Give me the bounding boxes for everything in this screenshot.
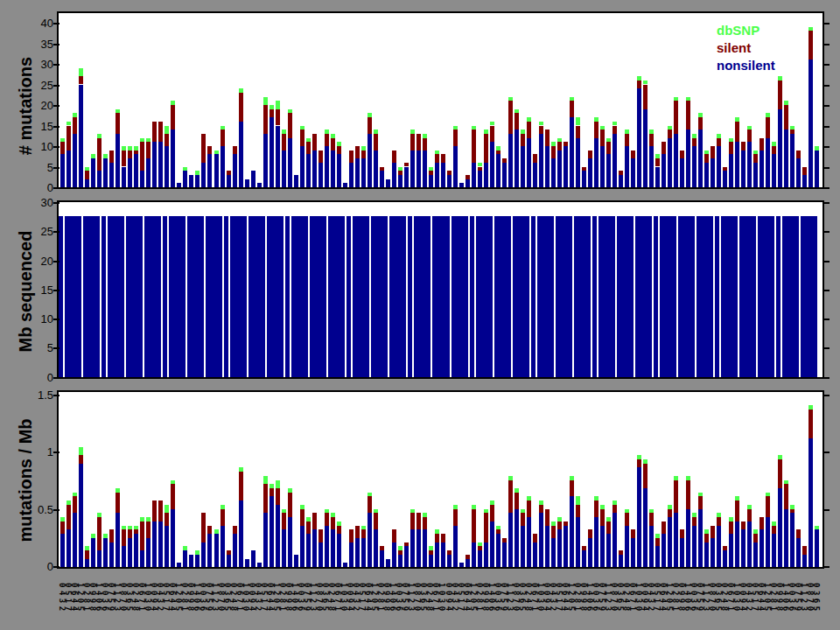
mutations-bar-silent <box>545 130 550 146</box>
rate-bar-nonsilent <box>233 534 237 567</box>
rate-bar-dbsnp <box>557 517 562 522</box>
rate-bar-nonsilent <box>158 522 163 567</box>
mutations-bar-dbsnp <box>73 113 77 117</box>
rate-bar-nonsilent <box>698 509 703 567</box>
rate-bar-nonsilent <box>796 538 801 567</box>
mutations-bar-nonsilent <box>735 142 739 187</box>
rate-bar-dbsnp <box>282 509 286 514</box>
mutations-bar-dbsnp <box>778 76 782 80</box>
mutations-bar-nonsilent <box>355 158 360 187</box>
rate-bar-nonsilent <box>576 517 580 567</box>
x-tick-label: 0365 <box>813 583 819 614</box>
rate-bar-silent <box>637 459 641 467</box>
mutations-bar-nonsilent <box>772 154 776 187</box>
mutations-bar-silent <box>306 142 311 154</box>
mutations-bar-nonsilent <box>527 138 531 187</box>
rate-bar-silent <box>747 509 752 522</box>
rate-bar-nonsilent <box>227 555 231 567</box>
rate-bar-silent <box>164 513 169 525</box>
mutations-bar-silent <box>66 126 71 150</box>
y-tick-right <box>823 452 830 453</box>
mutations-bar-nonsilent <box>472 163 476 187</box>
mb-bar <box>200 216 204 377</box>
mb-bar <box>365 216 369 377</box>
mb-bar <box>340 216 345 377</box>
mutations-bar-nonsilent <box>251 171 256 187</box>
y-tick <box>53 23 60 24</box>
rate-bar-nonsilent <box>760 529 764 567</box>
rate-bar-dbsnp <box>570 476 574 480</box>
rate-bar-dbsnp <box>643 459 648 464</box>
rate-bar-dbsnp <box>140 517 144 522</box>
rate-bar-nonsilent <box>674 513 678 567</box>
rate-bar-nonsilent <box>606 534 611 567</box>
mutations-bar-silent <box>551 146 556 158</box>
rate-bar-silent <box>466 555 470 559</box>
y-tick-label: 0 <box>18 371 53 384</box>
y-tick-right <box>823 347 830 349</box>
rate-bar-nonsilent <box>73 513 77 567</box>
y-tick <box>53 64 60 66</box>
mutations-bar-nonsilent <box>802 175 807 187</box>
mb-bar <box>95 216 100 377</box>
rate-bar-nonsilent <box>710 538 715 567</box>
rate-bar-silent <box>220 509 225 526</box>
rate-bar-dbsnp <box>514 488 519 493</box>
rate-bar-dbsnp <box>478 542 482 547</box>
rate-bar-dbsnp <box>484 509 488 514</box>
rate-bar-nonsilent <box>600 526 605 567</box>
rate-bar-nonsilent <box>386 559 390 567</box>
rate-bar-nonsilent <box>109 542 114 567</box>
rate-bar-silent <box>128 529 132 537</box>
rate-bar-nonsilent <box>331 529 335 567</box>
rate-bar-silent <box>545 509 550 526</box>
mutations-bar-nonsilent <box>760 150 764 187</box>
y-tick-label: 20 <box>18 99 53 112</box>
rate-bar-nonsilent <box>220 526 225 567</box>
rate-bar-silent <box>60 522 65 534</box>
mutations-bar-silent <box>490 126 494 143</box>
mutations-bar-nonsilent <box>318 163 323 187</box>
mutations-bar-dbsnp <box>753 150 758 155</box>
rate-bar-silent <box>239 472 243 500</box>
y-tick-right <box>823 377 830 379</box>
rate-bar-dbsnp <box>331 513 335 517</box>
rate-bar-nonsilent <box>729 534 733 567</box>
rate-bar-silent <box>551 526 556 538</box>
rate-bar-nonsilent <box>747 522 752 567</box>
mutations-bar-nonsilent <box>539 134 543 187</box>
rate-bar-nonsilent <box>496 534 500 567</box>
mutations-bar-silent <box>270 109 274 117</box>
mb-bar <box>715 216 719 377</box>
rate-bar-dbsnp <box>674 476 678 480</box>
rate-bar-nonsilent <box>134 534 138 567</box>
mutations-bar-silent <box>220 130 225 146</box>
rate-bar-dbsnp <box>429 546 433 550</box>
rate-bar-nonsilent <box>717 526 721 567</box>
rate-bar-dbsnp <box>337 522 341 526</box>
mutations-bar-nonsilent <box>441 163 445 187</box>
mutations-bar-silent <box>802 167 807 175</box>
mutations-bar-dbsnp <box>60 138 65 143</box>
mutations-bar-nonsilent <box>263 134 268 187</box>
rate-bar-nonsilent <box>374 529 378 567</box>
mutations-bar-dbsnp <box>784 101 788 105</box>
rate-bar-silent <box>631 529 635 537</box>
mutations-bar-silent <box>576 126 580 138</box>
rate-bar-silent <box>79 455 83 463</box>
mutations-bar-nonsilent <box>122 167 126 188</box>
mutations-bar-dbsnp <box>514 109 519 114</box>
rate-bar-silent <box>134 529 138 534</box>
mutations-bar-nonsilent <box>66 150 71 187</box>
mb-bar <box>59 216 63 377</box>
mutations-bar-nonsilent <box>631 158 635 187</box>
rate-bar-nonsilent <box>808 438 813 567</box>
rate-bar-nonsilent <box>551 538 556 567</box>
mutations-bar-nonsilent <box>245 179 249 187</box>
rate-bar-nonsilent <box>582 550 586 567</box>
mb-bar <box>163 216 167 377</box>
mutations-bar-silent <box>753 154 758 162</box>
mutations-bar-nonsilent <box>386 179 390 187</box>
mutations-bar-dbsnp <box>270 105 274 109</box>
mb-bar <box>733 216 738 377</box>
